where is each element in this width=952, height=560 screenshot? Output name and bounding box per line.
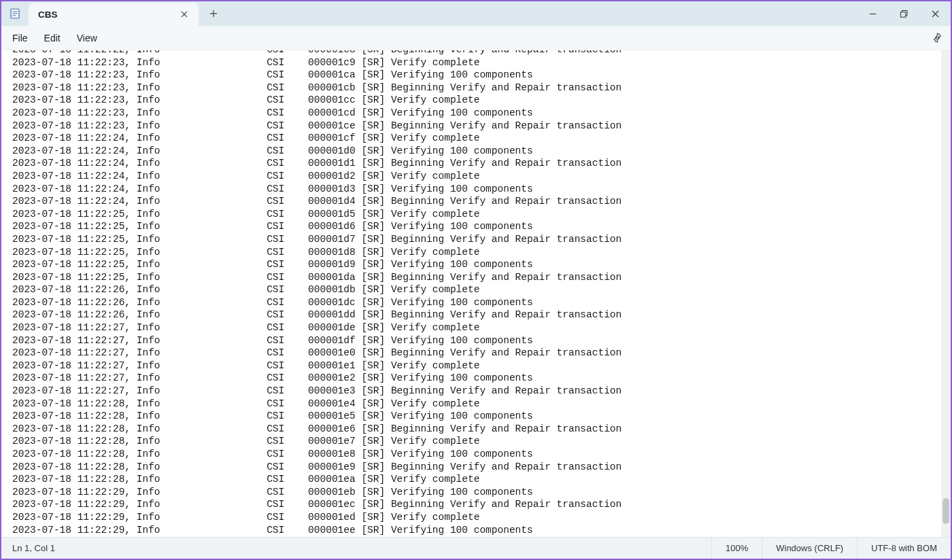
- log-line: 2023-07-18 11:22:27, Info CSI 000001e0 […: [12, 347, 930, 360]
- log-line: 2023-07-18 11:22:29, Info CSI 000001ee […: [12, 524, 930, 537]
- log-line: 2023-07-18 11:22:26, Info CSI 000001dd […: [12, 309, 930, 321]
- tab-title: CBS: [38, 10, 177, 20]
- menu-edit[interactable]: Edit: [36, 29, 69, 48]
- editor-area: 2023-07-18 11:22:22, Info CSI 000001c8 […: [1, 50, 951, 537]
- log-line: 2023-07-18 11:22:28, Info CSI 000001e6 […: [12, 423, 930, 436]
- log-line: 2023-07-18 11:22:28, Info CSI 000001e7 […: [12, 435, 930, 448]
- document-tab[interactable]: CBS: [29, 3, 199, 26]
- svg-rect-5: [900, 12, 905, 16]
- plus-icon: [209, 10, 218, 18]
- text-editor[interactable]: 2023-07-18 11:22:22, Info CSI 000001c8 […: [1, 50, 941, 537]
- log-line: 2023-07-18 11:22:29, Info CSI 000001ec […: [12, 498, 930, 511]
- minimize-button[interactable]: [857, 1, 888, 26]
- menu-view[interactable]: View: [69, 29, 105, 48]
- menu-file[interactable]: File: [4, 29, 36, 48]
- window-controls: [857, 1, 951, 26]
- log-line: 2023-07-18 11:22:29, Info CSI 000001eb […: [12, 486, 930, 499]
- log-line: 2023-07-18 11:22:24, Info CSI 000001d1 […: [12, 157, 930, 170]
- log-line: 2023-07-18 11:22:26, Info CSI 000001db […: [12, 283, 930, 296]
- status-zoom[interactable]: 100%: [711, 538, 762, 559]
- close-icon: [181, 11, 188, 18]
- status-cursor-position[interactable]: Ln 1, Col 1: [1, 543, 711, 553]
- log-line: 2023-07-18 11:22:24, Info CSI 000001d4 […: [12, 195, 930, 208]
- log-line: 2023-07-18 11:22:29, Info CSI 000001ed […: [12, 511, 930, 524]
- log-line: 2023-07-18 11:22:24, Info CSI 000001cf […: [12, 132, 930, 145]
- status-bar: Ln 1, Col 1 100% Windows (CRLF) UTF-8 wi…: [1, 537, 951, 559]
- close-window-button[interactable]: [919, 1, 951, 26]
- log-line: 2023-07-18 11:22:23, Info CSI 000001cd […: [12, 107, 930, 120]
- log-line: 2023-07-18 11:22:27, Info CSI 000001e1 […: [12, 360, 930, 372]
- log-line: 2023-07-18 11:22:28, Info CSI 000001ea […: [12, 473, 930, 486]
- log-line: 2023-07-18 11:22:25, Info CSI 000001d8 […: [12, 246, 930, 259]
- log-line: 2023-07-18 11:22:23, Info CSI 000001c9 […: [12, 56, 930, 69]
- new-tab-button[interactable]: [201, 1, 226, 26]
- title-bar: CBS: [1, 1, 951, 26]
- app-icon: [1, 1, 29, 26]
- status-encoding[interactable]: UTF-8 with BOM: [857, 538, 951, 559]
- log-line: 2023-07-18 11:22:23, Info CSI 000001cc […: [12, 94, 930, 107]
- log-line: 2023-07-18 11:22:28, Info CSI 000001e8 […: [12, 448, 930, 461]
- tab-close-button[interactable]: [177, 7, 192, 22]
- log-line: 2023-07-18 11:22:24, Info CSI 000001d0 […: [12, 145, 930, 158]
- maximize-icon: [900, 10, 908, 18]
- log-line: 2023-07-18 11:22:25, Info CSI 000001d7 […: [12, 233, 930, 246]
- log-line: 2023-07-18 11:22:27, Info CSI 000001de […: [12, 321, 930, 334]
- log-line: 2023-07-18 11:22:27, Info CSI 000001df […: [12, 334, 930, 347]
- log-line: 2023-07-18 11:22:26, Info CSI 000001dc […: [12, 296, 930, 309]
- log-line: 2023-07-18 11:22:25, Info CSI 000001d9 […: [12, 258, 930, 271]
- log-line: 2023-07-18 11:22:23, Info CSI 000001ce […: [12, 120, 930, 133]
- log-line: 2023-07-18 11:22:27, Info CSI 000001e3 […: [12, 385, 930, 398]
- status-line-ending[interactable]: Windows (CRLF): [762, 538, 857, 559]
- log-line: 2023-07-18 11:22:25, Info CSI 000001d6 […: [12, 220, 930, 233]
- log-line: 2023-07-18 11:22:22, Info CSI 000001c8 […: [12, 50, 930, 56]
- settings-button[interactable]: [926, 27, 948, 49]
- notepad-icon: [9, 7, 21, 20]
- log-line: 2023-07-18 11:22:28, Info CSI 000001e9 […: [12, 461, 930, 474]
- minimize-icon: [869, 10, 877, 18]
- log-line: 2023-07-18 11:22:24, Info CSI 000001d3 […: [12, 183, 930, 196]
- log-line: 2023-07-18 11:22:25, Info CSI 000001da […: [12, 271, 930, 284]
- vertical-scrollbar[interactable]: [941, 50, 951, 537]
- log-line: 2023-07-18 11:22:28, Info CSI 000001e5 […: [12, 410, 930, 423]
- gear-icon: [932, 32, 943, 43]
- menu-bar: File Edit View: [1, 26, 951, 50]
- close-icon: [932, 10, 939, 18]
- log-line: 2023-07-18 11:22:23, Info CSI 000001cb […: [12, 82, 930, 94]
- maximize-button[interactable]: [888, 1, 919, 26]
- log-line: 2023-07-18 11:22:27, Info CSI 000001e2 […: [12, 372, 930, 385]
- log-line: 2023-07-18 11:22:23, Info CSI 000001ca […: [12, 69, 930, 82]
- log-line: 2023-07-18 11:22:28, Info CSI 000001e4 […: [12, 398, 930, 410]
- log-line: 2023-07-18 11:22:24, Info CSI 000001d2 […: [12, 170, 930, 183]
- log-line: 2023-07-18 11:22:25, Info CSI 000001d5 […: [12, 208, 930, 221]
- scroll-thumb[interactable]: [942, 498, 949, 524]
